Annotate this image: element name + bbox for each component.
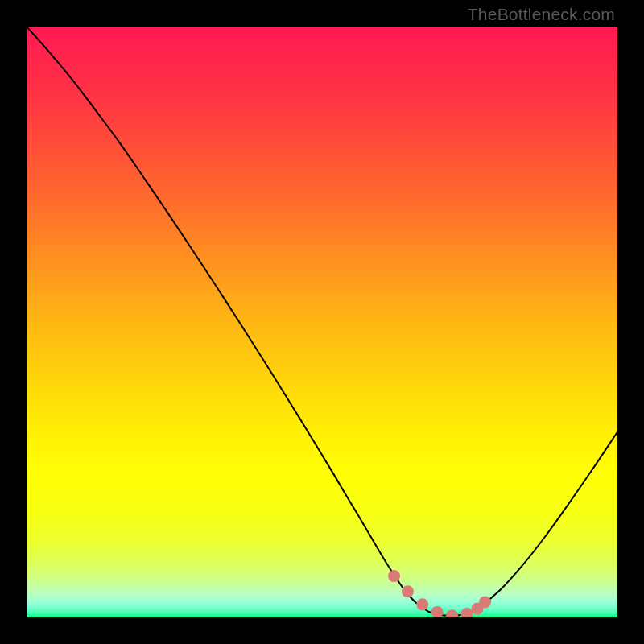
marker-dot (446, 609, 458, 617)
marker-dot (402, 585, 414, 597)
marker-dot (431, 606, 444, 617)
marker-dot (388, 570, 400, 582)
watermark-text: TheBottleneck.com (468, 5, 615, 24)
plot-area (27, 27, 617, 617)
fit-region-markers (27, 27, 617, 617)
marker-dot (460, 608, 473, 617)
marker-dot (479, 596, 491, 608)
marker-dot (416, 598, 428, 610)
